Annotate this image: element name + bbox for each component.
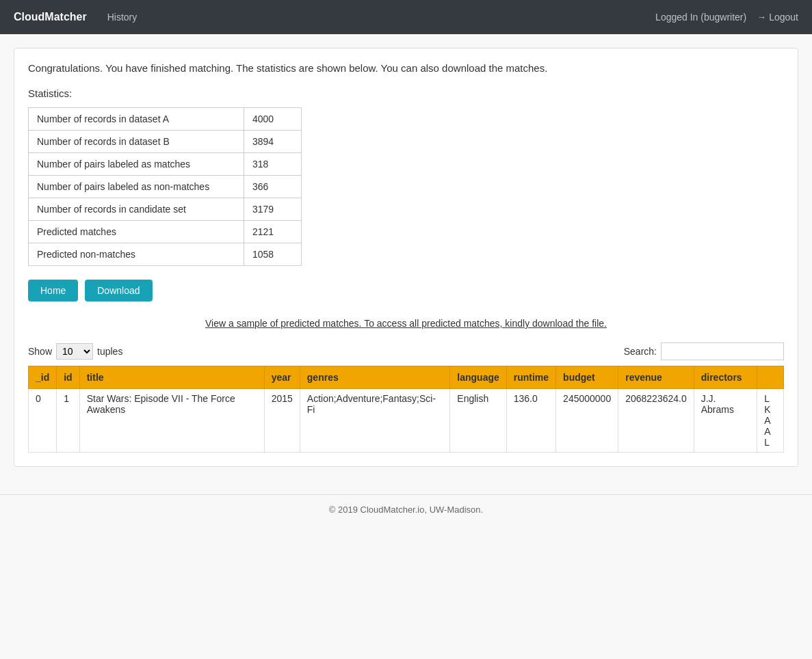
- col-header-title: title: [79, 366, 264, 389]
- cell-language: English: [450, 389, 506, 453]
- sample-link[interactable]: View a sample of predicted matches. To a…: [205, 318, 607, 329]
- stats-value: 366: [244, 176, 302, 198]
- stats-heading: Statistics:: [28, 88, 784, 99]
- stats-table: Number of records in dataset A4000Number…: [28, 107, 302, 266]
- stats-value: 3179: [244, 198, 302, 221]
- stats-row: Number of pairs labeled as matches318: [29, 153, 302, 176]
- col-header-year: year: [264, 366, 300, 389]
- search-input[interactable]: [661, 342, 784, 360]
- data-table: _ididtitleyeargenreslanguageruntimebudge…: [28, 366, 784, 453]
- stats-label: Number of records in dataset B: [29, 131, 244, 153]
- stats-row: Number of records in candidate set3179: [29, 198, 302, 221]
- navbar: CloudMatcher History Logged In (bugwrite…: [0, 0, 812, 34]
- stats-value: 318: [244, 153, 302, 176]
- footer: © 2019 CloudMatcher.io, UW-Madison.: [0, 494, 812, 524]
- stats-value: 4000: [244, 108, 302, 131]
- stats-label: Number of records in candidate set: [29, 198, 244, 221]
- cell-revenue: 2068223624.0: [618, 389, 694, 453]
- cell-title: Star Wars: Episode VII - The Force Awake…: [79, 389, 264, 453]
- stats-label: Number of records in dataset A: [29, 108, 244, 131]
- datatable-controls: Show 102550100 tuples Search:: [28, 342, 784, 360]
- tuples-label: tuples: [97, 346, 122, 357]
- show-label: Show: [28, 346, 52, 357]
- cell-year: 2015: [264, 389, 300, 453]
- cell-extra: L K A A L: [757, 389, 784, 453]
- stats-label: Predicted matches: [29, 221, 244, 243]
- cell-directors: J.J. Abrams: [694, 389, 757, 453]
- stats-value: 1058: [244, 243, 302, 266]
- navbar-left: CloudMatcher History: [14, 11, 137, 23]
- logged-in-label: Logged In (bugwriter): [655, 12, 746, 23]
- cell-runtime: 136.0: [506, 389, 555, 453]
- show-entries: Show 102550100 tuples: [28, 343, 122, 360]
- search-section: Search:: [624, 342, 784, 360]
- stats-value: 2121: [244, 221, 302, 243]
- statistics-section: Statistics: Number of records in dataset…: [28, 88, 784, 266]
- result-card: Congratulations. You have finished match…: [14, 48, 798, 467]
- stats-row: Predicted non-matches1058: [29, 243, 302, 266]
- stats-row: Number of pairs labeled as non-matches36…: [29, 176, 302, 198]
- col-header-genres: genres: [300, 366, 450, 389]
- stats-row: Number of records in dataset A4000: [29, 108, 302, 131]
- navbar-right: Logged In (bugwriter) → Logout: [655, 12, 798, 23]
- navbar-history-link[interactable]: History: [107, 12, 137, 23]
- stats-row: Predicted matches2121: [29, 221, 302, 243]
- logout-label: Logout: [769, 12, 798, 23]
- col-header-language: language: [450, 366, 506, 389]
- download-button[interactable]: Download: [85, 280, 152, 301]
- col-header-_id: _id: [29, 366, 57, 389]
- cell-_id: 0: [29, 389, 57, 453]
- footer-text: © 2019 CloudMatcher.io, UW-Madison.: [329, 505, 483, 515]
- navbar-brand[interactable]: CloudMatcher: [14, 11, 87, 23]
- sample-link-section: View a sample of predicted matches. To a…: [28, 318, 784, 329]
- search-label: Search:: [624, 346, 657, 357]
- show-select[interactable]: 102550100: [56, 343, 93, 360]
- col-header-directors: directors: [694, 366, 757, 389]
- data-table-wrapper: _ididtitleyeargenreslanguageruntimebudge…: [28, 366, 784, 453]
- cell-genres: Action;Adventure;Fantasy;Sci-Fi: [300, 389, 450, 453]
- cell-budget: 245000000: [556, 389, 618, 453]
- stats-label: Number of pairs labeled as non-matches: [29, 176, 244, 198]
- stats-row: Number of records in dataset B3894: [29, 131, 302, 153]
- stats-label: Number of pairs labeled as matches: [29, 153, 244, 176]
- stats-label: Predicted non-matches: [29, 243, 244, 266]
- col-header-revenue: revenue: [618, 366, 694, 389]
- table-row: 01Star Wars: Episode VII - The Force Awa…: [29, 389, 784, 453]
- col-header-budget: budget: [556, 366, 618, 389]
- home-button[interactable]: Home: [28, 280, 78, 301]
- stats-value: 3894: [244, 131, 302, 153]
- col-header-id: id: [57, 366, 79, 389]
- logout-button[interactable]: → Logout: [757, 12, 798, 23]
- col-header-runtime: runtime: [506, 366, 555, 389]
- cell-id: 1: [57, 389, 79, 453]
- action-buttons: Home Download: [28, 280, 784, 301]
- col-header-extra: [757, 366, 784, 389]
- congrats-message: Congratulations. You have finished match…: [28, 62, 784, 74]
- main-content: Congratulations. You have finished match…: [0, 34, 812, 481]
- logout-icon: →: [757, 12, 766, 23]
